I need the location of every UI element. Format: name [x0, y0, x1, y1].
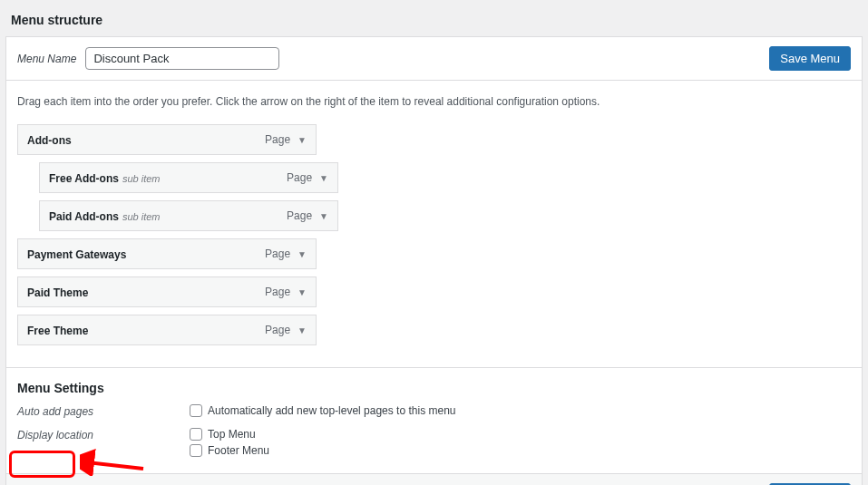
menu-item-title: Add-ons: [27, 134, 72, 147]
menu-item-type: Page: [287, 209, 312, 222]
menu-item[interactable]: Payment GatewaysPage▼: [17, 238, 317, 269]
menu-item-type: Page: [265, 324, 290, 336]
menu-items-list: Add-onsPage▼Free Add-onssub itemPage▼Pai…: [17, 124, 851, 345]
separator: [6, 367, 862, 368]
menu-settings-title: Menu Settings: [17, 381, 851, 395]
menu-item[interactable]: Paid ThemePage▼: [17, 276, 317, 307]
chevron-down-icon[interactable]: ▼: [297, 135, 307, 145]
menu-item-title: Free Theme: [27, 325, 88, 337]
location-top-checkbox[interactable]: [190, 428, 202, 441]
chevron-down-icon[interactable]: ▼: [297, 287, 307, 297]
menu-item[interactable]: Free Add-onssub itemPage▼: [39, 162, 338, 193]
menu-name-input[interactable]: [85, 47, 279, 70]
auto-add-row: Auto add pages Automatically add new top…: [17, 404, 851, 421]
menu-structure-panel: Menu structure Menu Name Save Menu Drag …: [5, 5, 863, 485]
instructions-text: Drag each item into the order you prefer…: [17, 95, 851, 108]
menu-item-sublabel: sub item: [122, 173, 161, 184]
auto-add-label: Auto add pages: [17, 404, 190, 418]
chevron-down-icon[interactable]: ▼: [297, 249, 307, 259]
menu-item-type: Page: [265, 247, 290, 260]
menu-item-title: Paid Theme: [27, 286, 88, 299]
menu-item-type: Page: [287, 171, 312, 184]
save-menu-button-top[interactable]: Save Menu: [769, 46, 851, 71]
chevron-down-icon[interactable]: ▼: [319, 173, 328, 183]
menu-item-type: Page: [265, 286, 290, 298]
auto-add-option[interactable]: Automatically add new top-level pages to…: [190, 404, 456, 417]
menu-item-title: Paid Add-ons: [49, 210, 119, 223]
display-location-row: Display location Top Menu Footer Menu: [17, 428, 851, 461]
menu-item[interactable]: Paid Add-onssub itemPage▼: [39, 200, 338, 231]
chevron-down-icon[interactable]: ▼: [319, 211, 328, 221]
menu-header: Menu Name Save Menu: [5, 36, 863, 80]
menu-body: Drag each item into the order you prefer…: [5, 80, 863, 474]
menu-item-type: Page: [265, 133, 290, 146]
auto-add-checkbox[interactable]: [190, 404, 202, 417]
menu-name-label: Menu Name: [17, 53, 76, 65]
location-footer-option[interactable]: Footer Menu: [190, 444, 269, 457]
menu-item-sublabel: sub item: [122, 211, 161, 222]
menu-footer: Delete Menu Save Menu: [5, 474, 863, 485]
menu-item-title: Payment Gateways: [27, 248, 126, 261]
menu-item[interactable]: Add-onsPage▼: [17, 124, 317, 155]
location-footer-checkbox[interactable]: [190, 444, 202, 457]
chevron-down-icon[interactable]: ▼: [297, 325, 307, 335]
location-top-option[interactable]: Top Menu: [190, 428, 269, 441]
menu-item[interactable]: Free ThemePage▼: [17, 315, 317, 345]
display-location-label: Display location: [17, 428, 190, 441]
panel-title: Menu structure: [5, 5, 863, 36]
menu-item-title: Free Add-ons: [49, 172, 119, 185]
